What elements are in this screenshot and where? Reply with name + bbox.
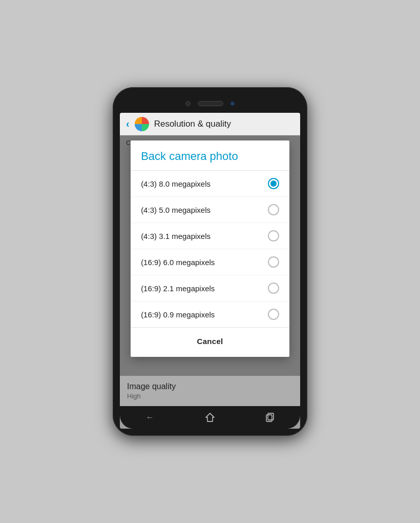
list-item[interactable]: (16:9) 0.9 megapixels bbox=[131, 301, 289, 327]
settings-area: CAMERA Back camera photo (4:3) 8.0 megap… bbox=[120, 135, 300, 406]
home-icon bbox=[205, 412, 215, 423]
sensor bbox=[230, 102, 235, 106]
option-label: (4:3) 8.0 megapixels bbox=[141, 179, 211, 188]
dialog-title: Back camera photo bbox=[131, 140, 289, 171]
nav-back-button[interactable]: ← bbox=[140, 407, 160, 428]
camera-settings-icon bbox=[135, 117, 149, 131]
list-item[interactable]: (4:3) 3.1 megapixels bbox=[131, 223, 289, 249]
radio-inner bbox=[270, 180, 277, 187]
app-bar-title: Resolution & quality bbox=[154, 119, 231, 129]
speaker bbox=[198, 101, 223, 106]
radio-button[interactable] bbox=[268, 230, 279, 242]
svg-rect-1 bbox=[266, 415, 272, 421]
resolution-dialog: Back camera photo (4:3) 8.0 megapixels (… bbox=[131, 140, 289, 357]
option-label: (16:9) 0.9 megapixels bbox=[141, 310, 215, 319]
nav-home-button[interactable] bbox=[200, 407, 220, 428]
app-bar: ‹ Resolution & quality bbox=[120, 113, 300, 135]
dialog-actions: Cancel bbox=[131, 327, 289, 357]
option-label: (4:3) 3.1 megapixels bbox=[141, 232, 211, 240]
nav-bar: ← bbox=[120, 406, 300, 429]
image-quality-label: Image quality bbox=[127, 382, 293, 391]
option-label: (16:9) 2.1 megapixels bbox=[141, 284, 215, 293]
svg-rect-2 bbox=[268, 413, 274, 420]
dialog-overlay: Back camera photo (4:3) 8.0 megapixels (… bbox=[120, 135, 300, 406]
list-item[interactable]: (4:3) 8.0 megapixels bbox=[131, 171, 289, 197]
back-icon: ← bbox=[146, 413, 154, 422]
phone-screen: ‹ Resolution & quality CAMERA Back camer… bbox=[120, 113, 300, 429]
dialog-options-list: (4:3) 8.0 megapixels (4:3) 5.0 megapixel… bbox=[131, 171, 289, 327]
option-label: (4:3) 5.0 megapixels bbox=[141, 206, 211, 214]
image-quality-value: High bbox=[127, 392, 293, 400]
nav-recents-button[interactable] bbox=[260, 407, 280, 428]
svg-marker-0 bbox=[206, 413, 214, 421]
radio-button[interactable] bbox=[268, 309, 279, 320]
list-item[interactable]: (16:9) 2.1 megapixels bbox=[131, 275, 289, 301]
list-item[interactable]: (16:9) 6.0 megapixels bbox=[131, 249, 289, 275]
list-item[interactable]: (4:3) 5.0 megapixels bbox=[131, 197, 289, 223]
radio-button[interactable] bbox=[268, 283, 279, 294]
phone-frame: ‹ Resolution & quality CAMERA Back camer… bbox=[113, 87, 307, 436]
radio-button[interactable] bbox=[268, 256, 279, 268]
back-arrow-icon[interactable]: ‹ bbox=[126, 118, 130, 130]
radio-button-selected[interactable] bbox=[268, 178, 279, 189]
option-label: (16:9) 6.0 megapixels bbox=[141, 258, 215, 267]
recents-icon bbox=[265, 412, 275, 423]
cancel-button[interactable]: Cancel bbox=[187, 332, 234, 351]
phone-top-bar bbox=[120, 94, 300, 113]
image-quality-row[interactable]: Image quality High bbox=[120, 376, 300, 406]
radio-button[interactable] bbox=[268, 204, 279, 215]
front-camera bbox=[185, 101, 191, 106]
